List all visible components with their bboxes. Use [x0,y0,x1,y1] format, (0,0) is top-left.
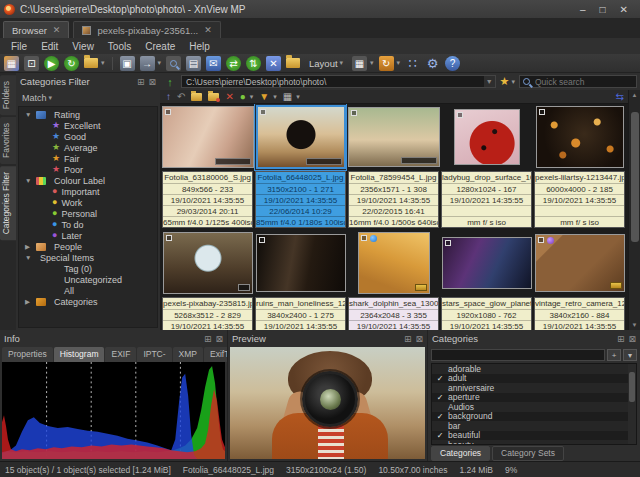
tree-item[interactable]: Uncategorized [19,274,157,285]
dropdown-caret[interactable]: ▾ [296,93,300,101]
sidebar-tab-categories-filter[interactable]: Categories Filter [0,166,16,240]
dropdown-caret[interactable]: ▾ [273,93,277,101]
tree-item[interactable]: ▶ Categories [19,296,157,307]
scroll-up-icon[interactable]: ▲ [629,90,640,100]
thumbnail-checkbox[interactable] [259,237,265,243]
move-icon[interactable]: → [140,56,155,71]
thumbnail-cell[interactable]: pexels-pixabay-235815.jpg 5268x3512 - 2 … [162,230,253,330]
category-checkmark[interactable]: ✓ [432,431,448,440]
tab-image[interactable]: pexels-pixabay-23561... ✕ [73,21,220,38]
tab-iptc[interactable]: IPTC-IIM [137,347,171,362]
category-checkmark[interactable]: ✓ [432,393,448,402]
expander-icon[interactable]: ▼ [25,111,32,118]
tree-item[interactable]: All [19,285,157,296]
thumbnail-checkbox[interactable] [538,237,544,243]
detach-panel-icon[interactable]: ⊞ [204,334,212,344]
thumbnail-cell[interactable]: ruins_man_loneliness_12427... 3840x2400 … [255,230,346,330]
detach-panel-icon[interactable]: ⊞ [137,77,145,87]
close-panel-icon[interactable]: ⊠ [415,334,423,344]
tree-item[interactable]: ● To do [19,219,157,230]
tree-item[interactable]: ▼ Special Items [19,252,157,263]
preview-image[interactable] [230,347,425,459]
tree-item[interactable]: ▼ Rating [19,109,157,120]
tree-item[interactable]: ▼ Colour Label [19,175,157,186]
tab-histogram[interactable]: Histogram [54,347,105,362]
tab-exif[interactable]: EXIF [105,347,136,362]
category-row[interactable]: ✓ adult [432,374,636,384]
menu-view[interactable]: View [65,41,101,52]
thumbnail-cell[interactable]: Fotolia_66448025_L.jpg 3150x2100 - 1 271… [255,104,346,228]
chevron-down-icon[interactable]: ▾ [511,78,515,86]
dropdown-caret[interactable]: ▾ [370,59,374,67]
minimize-button[interactable]: – [580,4,586,15]
thumbnail-view-icon[interactable]: ▦ [352,56,367,71]
dropdown-caret[interactable]: ▾ [397,59,401,67]
back-icon[interactable]: ↶ [177,92,185,102]
thumbnail-cell[interactable]: shark_dolphin_sea_130038... 2364x2048 - … [348,230,439,330]
layout-dropdown[interactable]: Layout ▾ [305,58,347,69]
category-checkmark[interactable]: ✓ [432,374,448,383]
fullscreen-icon[interactable]: ⊡ [24,56,39,71]
go-up-icon[interactable]: ↑ [163,76,177,88]
category-row[interactable]: beauty [432,440,636,445]
print-icon[interactable]: ▤ [186,56,201,71]
category-row[interactable]: bar [432,421,636,431]
expander-icon[interactable]: ▶ [25,243,32,251]
category-scrollbar[interactable] [628,364,636,444]
thumbnail-checkbox[interactable] [445,240,451,246]
tree-item[interactable]: Tag (0) [19,263,157,274]
close-panel-icon[interactable]: ⊠ [628,334,636,344]
delete-icon[interactable]: ✕ [266,56,281,71]
browser-icon[interactable]: ▦ [4,56,19,71]
chevron-down-icon[interactable]: ▾ [49,94,53,102]
up-icon[interactable]: ↑ [166,92,171,102]
grid-scrollbar[interactable]: ▲ ▼ [628,90,640,330]
scroll-down-icon[interactable]: ▼ [629,320,640,330]
path-combo[interactable]: ▼ [181,75,496,88]
menu-create[interactable]: Create [138,41,182,52]
quick-search-input[interactable] [533,76,633,88]
close-panel-icon[interactable]: ⊠ [215,334,223,344]
detach-panel-icon[interactable]: ⊞ [404,334,412,344]
thumbnail-image[interactable] [443,238,531,288]
tab-category-sets[interactable]: Category Sets [492,446,564,461]
settings-icon[interactable]: ⚙ [425,56,440,71]
maximize-button[interactable]: □ [600,4,606,15]
category-row[interactable]: ✓ beautiful [432,431,636,441]
scrollbar-thumb[interactable] [631,112,639,242]
category-row[interactable]: adorable [432,364,636,374]
tree-item[interactable]: ● Important [19,186,157,197]
path-input[interactable] [182,77,484,87]
expander-icon[interactable]: ▶ [25,298,32,306]
batch-convert-icon[interactable]: ⇅ [246,56,261,71]
tree-item[interactable]: ● Personal [19,208,157,219]
thumbnail-cell[interactable]: Fotolia_63180006_S.jpg 849x566 - 233 19/… [162,104,253,228]
sort-icon[interactable]: ∷ [405,56,420,71]
add-category-button[interactable]: + [607,349,621,361]
menu-edit[interactable]: Edit [34,41,65,52]
sidebar-tab-favorites[interactable]: Favorites [0,117,16,164]
category-row[interactable]: ✓ background [432,412,636,422]
mail-icon[interactable]: ✉ [206,56,221,71]
filter-icon[interactable]: ▼ [259,92,269,102]
thumbnail-cell[interactable]: vintage_retro_camera_1285... 3840x2160 -… [534,230,625,330]
thumbnail-checkbox[interactable] [260,109,266,115]
path-dropdown-icon[interactable]: ▼ [484,76,495,87]
dropdown-caret[interactable]: ▾ [250,93,254,101]
sidebar-tab-folders[interactable]: Folders [0,75,16,115]
category-row[interactable]: ✓ aperture [432,393,636,403]
category-filter-input[interactable] [431,349,605,361]
menu-tools[interactable]: Tools [101,41,138,52]
tree-item[interactable]: ★ Good [19,131,157,142]
help-icon[interactable]: ? [445,56,460,71]
tree-item[interactable]: ★ Average [19,142,157,153]
expander-icon[interactable]: ▼ [25,254,32,261]
category-menu-button[interactable]: ▾ [623,349,637,361]
thumbnail-image[interactable] [257,235,345,291]
new-folder-icon[interactable] [191,93,202,101]
dropdown-caret[interactable]: ▾ [158,59,162,67]
scrollbar-thumb[interactable] [629,372,635,402]
rotate-icon[interactable]: ↻ [379,56,394,71]
thumbnail-image[interactable] [349,108,439,166]
slideshow-icon[interactable]: ▶ [44,56,59,71]
